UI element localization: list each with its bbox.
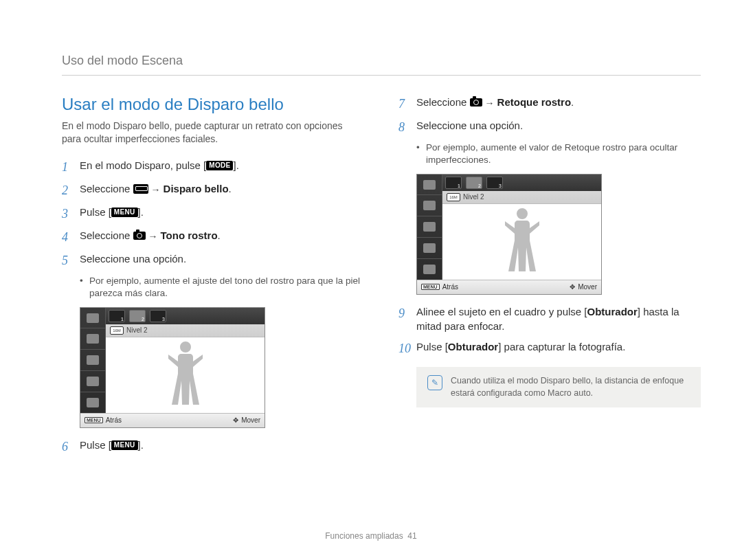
step-1: 1 En el modo Disparo, pulse [MODE]. <box>62 158 364 176</box>
footer-page-number: 41 <box>407 531 416 541</box>
size-badge: 16M <box>447 193 460 201</box>
step-text: Seleccione una opción. <box>416 118 701 133</box>
step-text: Pulse [ <box>80 206 111 218</box>
step-number: 4 <box>62 228 80 246</box>
step-bold: Obturador <box>448 341 498 352</box>
screen-canvas <box>442 204 601 280</box>
step-6: 6 Pulse [MENU]. <box>62 438 364 456</box>
footer-section: Funciones ampliadas <box>325 531 403 541</box>
sidebar-icon <box>423 243 436 253</box>
step-number: 5 <box>62 251 80 269</box>
step-text: ]. <box>138 206 144 218</box>
screen-sidebar <box>80 308 106 413</box>
chip-num: 3 <box>499 183 502 188</box>
camera-icon <box>470 98 482 107</box>
page-footer: Funciones ampliadas 41 <box>0 531 742 541</box>
left-column: Usar el modo de Disparo bello En el modo… <box>62 95 364 461</box>
step-5: 5 Seleccione una opción. <box>62 251 364 269</box>
nav-icon: ✥ <box>570 283 575 291</box>
step-8-note: • Por ejemplo, aumente el valor de Retoq… <box>416 142 701 166</box>
screen-top-strip: 1 2 3 <box>106 308 265 324</box>
step-number: 2 <box>62 181 80 199</box>
divider <box>62 75 701 76</box>
mini-menu-icon: MENU <box>421 284 440 290</box>
level-text: Nivel 2 <box>126 326 148 334</box>
step-9: 9 Alinee el sujeto en el cuadro y pulse … <box>398 304 701 335</box>
intro-text: En el modo Disparo bello, puede capturar… <box>62 120 364 146</box>
step-number: 10 <box>398 339 416 357</box>
sub-text: Por ejemplo, aumente el ajuste del tono … <box>89 275 364 300</box>
step-text: En el modo Disparo, pulse [ <box>80 159 206 171</box>
sidebar-icon <box>423 222 436 232</box>
breadcrumb: Uso del modo Escena <box>62 54 701 68</box>
step-4: 4 Seleccione →Tono rostro. <box>62 228 364 246</box>
step-number: 9 <box>398 304 416 322</box>
step-text: Seleccione <box>80 229 133 241</box>
sidebar-icon <box>423 265 436 274</box>
screen-level-label: 16M Nivel 2 <box>106 324 265 337</box>
right-column: 7 Seleccione →Retoque rostro. 8 Seleccio… <box>398 95 701 461</box>
sidebar-icon <box>87 334 99 344</box>
footer-back-label: Atrás <box>442 283 458 291</box>
step-text: Alinee el sujeto en el cuadro y pulse [ <box>416 306 587 317</box>
chip-num: 1 <box>121 317 124 322</box>
footer-move-label: Mover <box>241 416 260 424</box>
arrow-icon: → <box>485 96 495 110</box>
camera-screen-preview: 1 2 3 16M Nivel 2 <box>416 174 602 295</box>
chip-num: 3 <box>162 317 165 322</box>
step-text: . <box>571 96 574 108</box>
step-3: 3 Pulse [MENU]. <box>62 205 364 223</box>
note-box: ✎ Cuando utiliza el modo Disparo bello, … <box>416 367 701 407</box>
step-bold: Obturador <box>587 306 638 317</box>
sidebar-icon <box>423 180 436 190</box>
person-silhouette-icon <box>165 337 206 413</box>
step-text: . <box>229 183 232 194</box>
screen-sidebar <box>417 175 442 280</box>
sidebar-icon <box>87 313 99 323</box>
bullet-icon: • <box>416 142 426 166</box>
screen-footer: MENUAtrás ✥Mover <box>80 413 265 427</box>
person-silhouette-icon <box>502 204 543 280</box>
footer-back-label: Atrás <box>106 416 122 424</box>
chip-num: 1 <box>458 183 460 188</box>
footer-move-label: Mover <box>578 283 597 291</box>
scene-icon <box>133 184 148 194</box>
step-bold: Retoque rostro <box>497 96 572 108</box>
arrow-icon: → <box>148 229 158 243</box>
step-bold: Disparo bello <box>164 183 229 194</box>
mode-icon: MODE <box>206 161 233 170</box>
menu-icon: MENU <box>111 208 138 217</box>
step-text: ]. <box>233 159 238 171</box>
chip-num: 2 <box>142 317 144 322</box>
note-text: Cuando utiliza el modo Disparo bello, la… <box>451 375 690 399</box>
step-bold: Tono rostro <box>161 229 218 241</box>
screen-top-strip: 1 2 3 <box>442 175 601 191</box>
step-text: Seleccione <box>80 183 133 194</box>
info-icon: ✎ <box>427 375 442 390</box>
step-8: 8 Seleccione una opción. <box>398 118 701 136</box>
arrow-icon: → <box>151 183 161 197</box>
chip-num: 2 <box>478 183 481 188</box>
screen-canvas <box>106 337 265 413</box>
section-title: Usar el modo de Disparo bello <box>62 95 364 114</box>
screen-footer: MENUAtrás ✥Mover <box>417 280 601 294</box>
step-7: 7 Seleccione →Retoque rostro. <box>398 95 701 113</box>
step-10: 10 Pulse [Obturador] para capturar la fo… <box>398 339 701 357</box>
step-text: Seleccione <box>416 96 470 108</box>
sidebar-icon <box>87 398 99 407</box>
camera-icon <box>133 232 146 240</box>
step-number: 1 <box>62 158 80 176</box>
mini-menu-icon: MENU <box>85 417 103 423</box>
step-text: ] para capturar la fotografía. <box>498 341 625 352</box>
step-number: 8 <box>398 118 416 136</box>
sub-text: Por ejemplo, aumente el valor de Retoque… <box>426 142 701 166</box>
step-text: Seleccione una opción. <box>80 251 364 267</box>
step-text: ]. <box>138 439 144 451</box>
screen-level-label: 16M Nivel 2 <box>442 191 601 204</box>
step-text: Pulse [ <box>416 341 448 352</box>
menu-icon: MENU <box>111 440 138 450</box>
step-2: 2 Seleccione →Disparo bello. <box>62 181 364 199</box>
nav-icon: ✥ <box>233 416 238 424</box>
step-text: . <box>218 229 221 241</box>
step-text: Pulse [ <box>80 439 111 451</box>
